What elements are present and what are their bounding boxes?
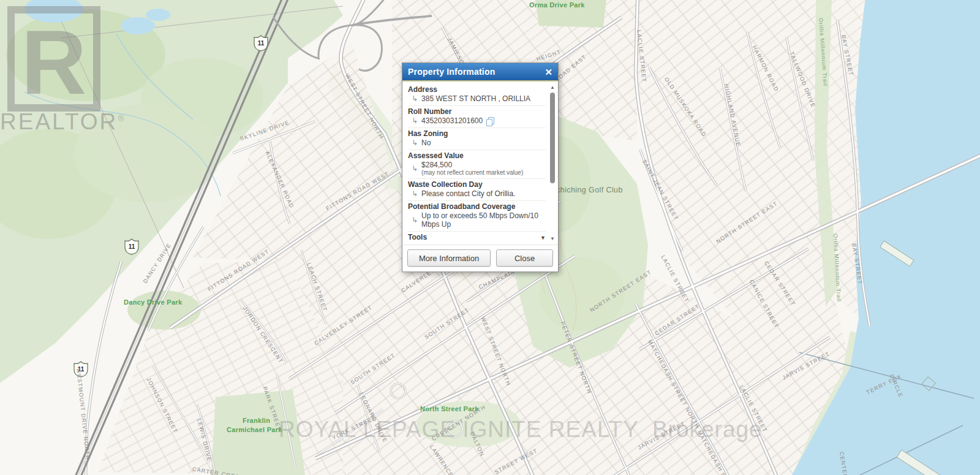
field-address: Address ↳ 385 WEST ST NORTH , ORILLIA	[408, 84, 546, 106]
popup-header: Property Information ✕	[402, 63, 558, 82]
close-button[interactable]: Close	[496, 249, 553, 267]
franklin-carmichael-park-area	[211, 390, 305, 475]
field-waste-collection: Waste Collection Day ↳ Please contact Ci…	[408, 179, 546, 201]
field-label: Potential Broadband Coverage	[408, 203, 546, 211]
indent-arrow-icon: ↳	[412, 117, 418, 124]
indent-arrow-icon: ↳	[412, 165, 418, 172]
assessed-value-note: (may not reflect current market value)	[421, 169, 523, 176]
orma-drive-park-area	[535, 0, 606, 28]
highway-11-shield: 11	[74, 362, 88, 377]
property-information-popup: Property Information ✕ Address ↳ 385 WES…	[402, 63, 559, 272]
popup-scrollbar[interactable]: ▲ ▼	[549, 85, 556, 241]
indent-arrow-icon: ↳	[412, 95, 418, 102]
map-application: 11 11 11 JAMIESONHEIGHTFITTONS ROAD EAST…	[0, 0, 980, 475]
svg-text:11: 11	[78, 366, 85, 373]
more-information-button[interactable]: More Information	[407, 249, 491, 267]
indent-arrow-icon: ↳	[412, 216, 418, 224]
indent-arrow-icon: ↳	[412, 190, 418, 197]
popup-footer: More Information Close	[402, 245, 558, 272]
svg-text:11: 11	[258, 40, 265, 47]
tools-label: Tools	[408, 234, 427, 241]
field-label: Roll Number	[408, 108, 546, 116]
field-has-zoning: Has Zoning ↳ No	[408, 128, 546, 150]
svg-text:11: 11	[129, 243, 135, 250]
assessed-value: $284,500	[421, 161, 523, 169]
has-zoning-value: No	[421, 139, 431, 147]
field-assessed-value: Assessed Value ↳ $284,500 (may not refle…	[408, 150, 546, 179]
copy-icon[interactable]	[486, 117, 494, 125]
address-value: 385 WEST ST NORTH , ORILLIA	[421, 94, 530, 103]
field-label: Address	[408, 86, 546, 94]
waste-collection-value: Please contact City of Orillia.	[421, 189, 515, 198]
popup-title: Property Information	[408, 67, 495, 77]
scroll-down-icon[interactable]: ▼	[550, 236, 555, 241]
tools-section[interactable]: Tools ▼	[408, 232, 546, 243]
field-roll-number: Roll Number ↳ 435203031201600	[408, 106, 546, 128]
scroll-up-icon[interactable]: ▲	[550, 85, 555, 90]
field-label: Assessed Value	[408, 152, 546, 160]
highway-11-shield: 11	[125, 239, 138, 254]
broadband-value: Up to or exceeds 50 Mbps Down/10 Mbps Up	[421, 211, 546, 229]
north-street-park-area	[417, 401, 521, 447]
field-label: Waste Collection Day	[408, 181, 546, 189]
tools-caret-icon[interactable]: ▼	[540, 235, 546, 241]
scroll-thumb[interactable]	[550, 93, 555, 183]
popup-body: Address ↳ 385 WEST ST NORTH , ORILLIA Ro…	[402, 82, 558, 245]
close-icon[interactable]: ✕	[545, 67, 552, 77]
field-label: Has Zoning	[408, 130, 546, 138]
highway-11-shield: 11	[254, 36, 268, 51]
field-broadband: Potential Broadband Coverage ↳ Up to or …	[408, 201, 546, 232]
roll-number-value: 435203031201600	[421, 116, 483, 125]
indent-arrow-icon: ↳	[412, 139, 418, 146]
